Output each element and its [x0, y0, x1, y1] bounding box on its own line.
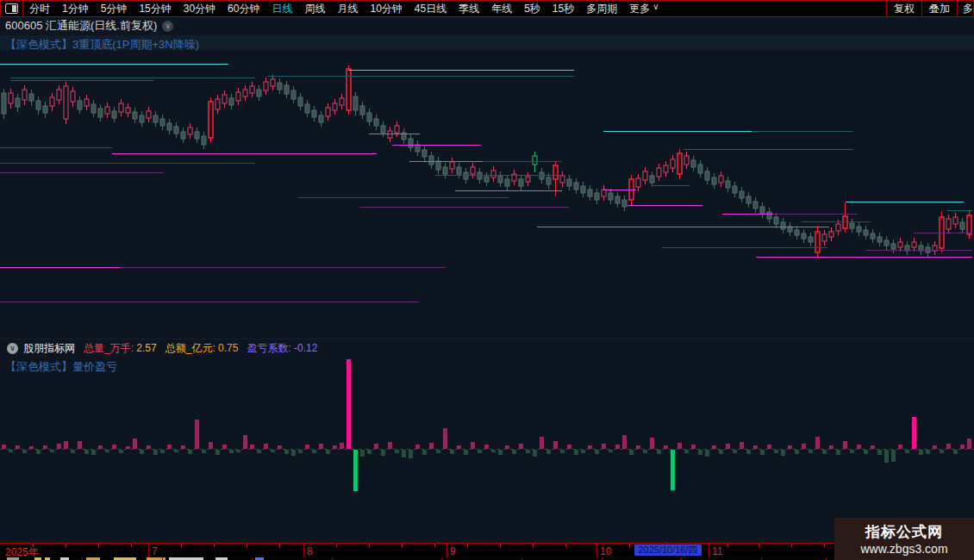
date-axis[interactable]: 2025年78910112025/10/16/四	[0, 543, 974, 558]
axis-tick	[131, 544, 132, 547]
indicator-source: 股朋指标网	[23, 341, 75, 356]
axis-tick	[467, 544, 468, 547]
axis-tick	[336, 544, 337, 547]
axis-month-separator	[148, 544, 149, 557]
axis-tick	[369, 544, 370, 547]
axis-label: 9	[450, 545, 456, 557]
axis-month-separator	[303, 544, 304, 557]
field-label: 盈亏系数:	[247, 342, 290, 354]
title-dropdown-icon[interactable]: ∨	[162, 21, 173, 32]
stock-titlebar: 600605 汇通能源(日线.前复权) ∨	[5, 19, 173, 33]
axis-tick	[565, 544, 566, 547]
watermark-url: www.zbgs3.com	[860, 542, 947, 556]
main-indicator-label[interactable]: 【深色模式】3重顶底(1P周期+3N降噪)	[5, 37, 199, 53]
axis-label: 11	[712, 545, 722, 557]
indicator-values: 总量_万手: 2.57总额_亿元: 0.75盈亏系数: -0.12	[84, 341, 326, 356]
axis-tick	[66, 544, 66, 547]
axis-tick	[727, 544, 728, 547]
axis-tick	[824, 544, 825, 547]
tdx-stock-chart-window: 分时1分钟5分钟15分钟30分钟60分钟日线周线月线10分钟45日线季线年线5秒…	[0, 0, 974, 560]
axis-month-separator	[446, 544, 447, 557]
axis-tick	[214, 544, 215, 547]
axis-tick	[500, 544, 501, 547]
axis-tick	[98, 544, 99, 547]
axis-tick	[181, 544, 182, 547]
indicator-field-0: 总量_万手: 2.57	[84, 342, 157, 354]
watermark-title: 指标公式网	[865, 522, 943, 542]
indicator-panel-header: ∨ 股朋指标网 总量_万手: 2.57总额_亿元: 0.75盈亏系数: -0.1…	[7, 342, 326, 355]
axis-tick	[791, 544, 792, 547]
axis-tick	[279, 544, 280, 547]
indicator-field-1: 总额_亿元: 0.75	[165, 342, 239, 354]
field-value: -0.12	[291, 342, 318, 354]
axis-tick	[247, 544, 247, 547]
axis-tick	[759, 544, 759, 547]
axis-month-separator	[596, 544, 597, 557]
axis-label: 10	[600, 545, 611, 557]
panel-dropdown-icon[interactable]: ∨	[7, 343, 18, 354]
panel-separator[interactable]	[0, 339, 974, 339]
field-value: 2.57	[134, 342, 157, 354]
axis-tick	[434, 544, 435, 547]
field-label: 总量_万手:	[84, 342, 134, 354]
axis-tick	[402, 544, 403, 547]
stock-title: 600605 汇通能源(日线.前复权)	[5, 18, 157, 34]
axis-tick	[629, 544, 630, 547]
indicator-field-2: 盈亏系数: -0.12	[247, 342, 317, 354]
main-chart-canvas[interactable]	[0, 0, 974, 560]
field-label: 总额_亿元:	[165, 342, 215, 354]
volume-indicator-label[interactable]: 【深色模式】量价盈亏	[5, 359, 117, 375]
axis-month-separator	[709, 544, 709, 557]
axis-tick	[533, 544, 534, 547]
field-value: 0.75	[215, 342, 239, 354]
watermark-box: 指标公式网 www.zbgs3.com	[834, 518, 974, 560]
axis-label: 8	[307, 545, 313, 557]
selected-date-badge: 2025/10/16/四	[634, 544, 702, 556]
axis-label: 7	[152, 545, 158, 557]
